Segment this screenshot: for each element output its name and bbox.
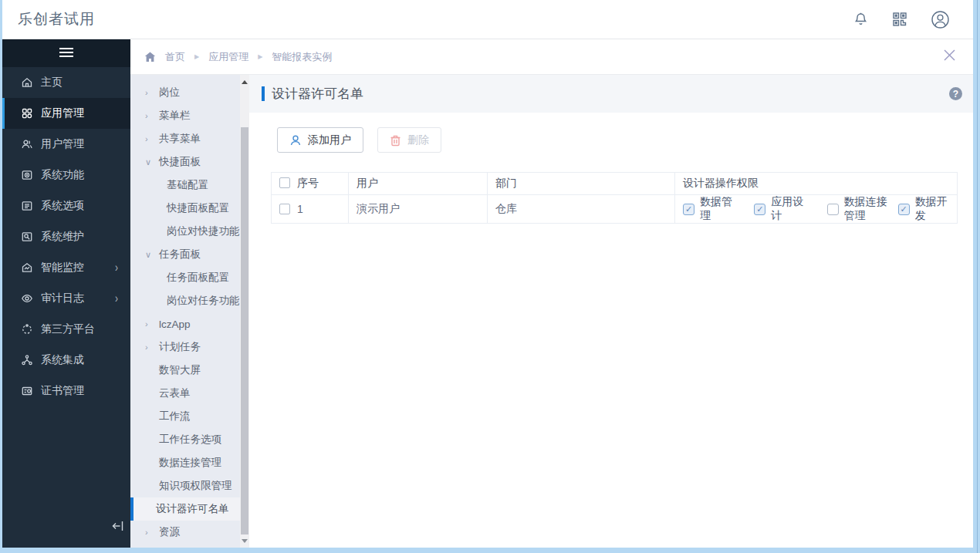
checkbox-icon[interactable]: ✓	[898, 204, 910, 215]
row-checkbox[interactable]	[279, 204, 290, 214]
qr-code-icon[interactable]	[892, 12, 907, 27]
toolbar: 添加用户 删除	[277, 127, 961, 153]
topbar-actions	[853, 10, 973, 29]
whitelist-table: 序号 用户 部门 设计器操作权限 1 演示用户 仓库	[271, 172, 958, 224]
submenu-item-position-quick-functions[interactable]: 岗位对快捷功能	[130, 220, 240, 243]
table-header-row: 序号 用户 部门 设计器操作权限	[272, 173, 958, 195]
submenu-item-task-panel[interactable]: ∨任务面板	[130, 243, 240, 266]
row-user: 演示用户	[349, 195, 488, 224]
submenu-item-positions[interactable]: ›岗位	[130, 81, 240, 104]
select-all-checkbox[interactable]	[279, 177, 290, 188]
title-accent-bar	[262, 86, 265, 101]
sidebar-item-system-options[interactable]: 系统选项	[2, 191, 130, 221]
sidebar-item-third-party[interactable]: 第三方平台	[2, 314, 130, 345]
submenu-scrollbar[interactable]	[240, 75, 249, 548]
permission-app-design[interactable]: ✓ 应用设计	[754, 195, 805, 223]
sidebar-item-audit-logs[interactable]: 审计日志 ›	[2, 283, 130, 314]
home-icon	[21, 76, 41, 89]
submenu-item-basic-config[interactable]: 基础配置	[130, 174, 240, 197]
secondary-sidebar: ›岗位 ›菜单栏 ›共享菜单 ∨快捷面板 基础配置 快捷面板配置 岗位对快捷功能…	[130, 75, 249, 548]
users-icon	[21, 138, 41, 150]
submenu-item-workflow[interactable]: 工作流	[130, 405, 240, 428]
sidebar-item-smart-monitoring[interactable]: 智能监控 ›	[2, 252, 130, 283]
column-header-user: 用户	[349, 173, 488, 195]
sidebar-item-system-integration[interactable]: 系统集成	[2, 345, 130, 376]
submenu-item-quick-panel[interactable]: ∨快捷面板	[130, 150, 240, 174]
scroll-down-icon[interactable]	[240, 535, 249, 546]
maintenance-icon	[21, 231, 41, 243]
home-icon[interactable]	[144, 52, 156, 62]
sidebar-item-system-maintenance[interactable]: 系统维护	[2, 221, 130, 252]
monitor-icon	[21, 169, 41, 181]
delete-button[interactable]: 删除	[377, 127, 441, 153]
breadcrumb-separator-icon: ▶	[194, 53, 199, 60]
submenu-item-knowledge-permissions[interactable]: 知识项权限管理	[130, 474, 240, 497]
primary-sidebar: 主页 应用管理 用户管理 系统功能	[2, 39, 130, 548]
hamburger-menu-button[interactable]	[2, 39, 130, 67]
submenu-item-data-screen[interactable]: 数智大屏	[130, 359, 240, 382]
chevron-right-icon: ›	[115, 261, 118, 275]
breadcrumb-item-app-management[interactable]: 应用管理	[208, 50, 248, 64]
checkbox-icon[interactable]: ✓	[683, 204, 694, 215]
submenu-item-resources[interactable]: ›资源	[130, 521, 240, 544]
page-title-bar: 设计器许可名单 ?	[249, 75, 973, 113]
scrollbar-thumb[interactable]	[241, 127, 248, 534]
breadcrumb-item-home[interactable]: 首页	[165, 50, 185, 64]
close-icon[interactable]	[941, 47, 958, 66]
submenu-item-menu-bar[interactable]: ›菜单栏	[130, 104, 240, 127]
sidebar-item-home[interactable]: 主页	[2, 67, 130, 98]
submenu-item-data-connection-management[interactable]: 数据连接管理	[130, 451, 240, 474]
window-edge	[977, 0, 978, 553]
permissions-cell: ✓ 数据管理 ✓ 应用设计	[683, 195, 949, 223]
chevron-right-icon: ›	[115, 292, 118, 305]
trash-icon	[390, 134, 401, 147]
help-icon[interactable]: ?	[949, 87, 962, 100]
submenu-item-shared-menu[interactable]: ›共享菜单	[130, 127, 240, 150]
bell-icon[interactable]	[853, 12, 869, 28]
submenu-item-task-panel-config[interactable]: 任务面板配置	[130, 266, 240, 289]
table-row: 1 演示用户 仓库 ✓ 数据管理	[272, 195, 958, 224]
top-bar: 乐创者试用	[2, 0, 973, 39]
add-user-icon	[289, 134, 302, 147]
app-logo: 乐创者试用	[2, 9, 95, 29]
column-header-permissions: 设计器操作权限	[675, 173, 958, 195]
permission-data-management[interactable]: ✓ 数据管理	[683, 195, 734, 223]
submenu-item-quick-panel-config[interactable]: 快捷面板配置	[130, 197, 240, 220]
user-avatar-icon[interactable]	[931, 10, 950, 29]
column-header-index: 序号	[297, 177, 319, 189]
permission-data-development[interactable]: ✓ 数据开发	[898, 195, 949, 223]
submenu-item-position-task-functions[interactable]: 岗位对任务功能	[130, 289, 240, 312]
submenu-item-scheduled-tasks[interactable]: ›计划任务	[130, 336, 240, 359]
submenu-item-work-task-options[interactable]: 工作任务选项	[130, 428, 240, 451]
checkbox-icon[interactable]: ✓	[827, 204, 839, 215]
permission-data-connection-management[interactable]: ✓ 数据连接管理	[827, 195, 897, 223]
submenu-item-lczapp[interactable]: ›lczApp	[130, 312, 240, 336]
breadcrumb-bar: 首页 ▶ 应用管理 ▶ 智能报表实例	[130, 39, 973, 75]
breadcrumb-item-current[interactable]: 智能报表实例	[272, 50, 332, 64]
integration-icon	[21, 354, 41, 366]
sidebar-item-user-management[interactable]: 用户管理	[2, 129, 130, 160]
sidebar-item-certificate-management[interactable]: 证书管理	[2, 376, 130, 406]
third-party-icon	[21, 323, 41, 336]
eye-icon	[21, 292, 41, 305]
row-index: 1	[297, 203, 303, 215]
add-user-button[interactable]: 添加用户	[277, 127, 363, 153]
hamburger-icon	[59, 46, 73, 60]
main-panel: 设计器许可名单 ? 添加用户	[249, 75, 973, 548]
sidebar-item-system-functions[interactable]: 系统功能	[2, 160, 130, 191]
row-department: 仓库	[488, 195, 675, 224]
sidebar-collapse-button[interactable]	[110, 518, 126, 537]
column-header-department: 部门	[488, 173, 675, 195]
breadcrumb: 首页 ▶ 应用管理 ▶ 智能报表实例	[144, 50, 332, 64]
submenu-item-designer-whitelist[interactable]: 设计器许可名单	[130, 497, 240, 521]
apps-grid-icon	[21, 107, 41, 120]
page-title: 设计器许可名单	[272, 85, 363, 103]
breadcrumb-separator-icon: ▶	[258, 53, 262, 60]
sidebar-item-app-management[interactable]: 应用管理	[2, 98, 130, 129]
certificate-icon	[21, 385, 41, 397]
scroll-up-icon[interactable]	[240, 76, 249, 87]
app-window: 乐创者试用	[2, 0, 973, 548]
checkbox-icon[interactable]: ✓	[754, 204, 765, 215]
submenu-item-cloud-forms[interactable]: 云表单	[130, 382, 240, 405]
smart-monitor-icon	[21, 261, 41, 274]
